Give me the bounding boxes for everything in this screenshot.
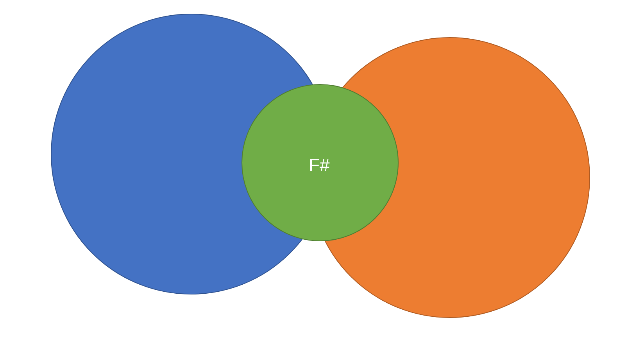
venn-diagram: .NET F# JavaScript/Node — [0, 0, 644, 359]
label-fsharp: F# — [309, 154, 330, 176]
